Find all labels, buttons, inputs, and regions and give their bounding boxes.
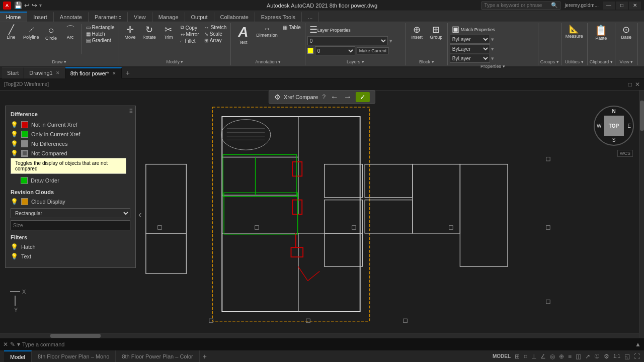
viewport-left-handle[interactable]: ‹ — [138, 209, 142, 220]
undo-icon[interactable]: ↩ — [24, 2, 30, 9]
tab-8th-floor[interactable]: 8th floor power* ✕ — [65, 67, 122, 78]
layer-properties-button[interactable]: ☰ Layer Properties — [307, 24, 353, 35]
vertical-scrollbar[interactable] — [639, 90, 644, 338]
bylayer-expand-3[interactable]: ▾ — [491, 55, 494, 62]
xref-confirm-button[interactable]: ✓ — [356, 92, 370, 102]
base-button[interactable]: ⊙ Base — [617, 24, 635, 41]
hatch-button[interactable]: ▦Hatch — [84, 31, 117, 37]
toggle-not-in-current[interactable]: 💡 — [11, 121, 18, 128]
rectangle-button[interactable]: ▭Rectangle — [84, 24, 117, 31]
close-8th-floor[interactable]: ✕ — [112, 71, 116, 76]
canvas-viewport[interactable]: ⚙ Xref Compare ? ← → ✓ — [0, 90, 644, 338]
group-button[interactable]: ⊞ Group — [427, 24, 445, 41]
polar-icon[interactable]: ∠ — [540, 353, 546, 360]
otrack-icon[interactable]: ⊕ — [559, 353, 564, 360]
rotate-button[interactable]: ↻ Rotate — [140, 24, 158, 41]
maximize-button[interactable]: □ — [616, 2, 628, 10]
tab-view[interactable]: View — [128, 12, 152, 22]
search-input[interactable] — [484, 3, 549, 8]
circle-button[interactable]: ○ Circle — [42, 24, 60, 42]
model-tab-8th-color[interactable]: 8th Floor Power Plan – Color — [116, 350, 199, 363]
xref-prev-button[interactable]: ← — [330, 93, 340, 102]
match-properties-button[interactable]: ▣ Match Properties — [450, 24, 497, 34]
layer-dropdown[interactable]: 0 — [307, 36, 388, 45]
lineweight-icon[interactable]: ≡ — [568, 353, 572, 360]
tab-output[interactable]: Output — [185, 12, 214, 22]
stretch-button[interactable]: ↔Stretch — [202, 24, 229, 31]
tab-insert[interactable]: Insert — [27, 12, 54, 22]
dropdown-icon[interactable]: ▾ — [39, 3, 42, 8]
cloud-size-input[interactable] — [11, 220, 130, 230]
trim-button[interactable]: ✂ Trim — [159, 24, 178, 41]
bylayer-dropdown-2[interactable]: ByLayer — [450, 44, 490, 53]
viewport-close-icon[interactable]: ✕ — [635, 81, 640, 88]
tab-home[interactable]: Home — [0, 12, 27, 22]
tab-annotate[interactable]: Annotate — [54, 12, 89, 22]
tab-start[interactable]: Start — [2, 67, 24, 78]
minimize-button[interactable]: — — [603, 2, 615, 10]
measure-button[interactable]: 📐 Measure — [564, 24, 585, 40]
osnap-icon[interactable]: ◎ — [550, 353, 555, 360]
make-current-button[interactable]: Make Current — [357, 47, 389, 54]
grid-icon[interactable]: ⊞ — [515, 353, 520, 360]
tab-collaborate[interactable]: Collaborate — [214, 12, 255, 22]
search-bar[interactable]: 🔍 — [481, 2, 560, 10]
tab-more[interactable]: ... — [302, 12, 319, 22]
bylayer-dropdown-1[interactable]: ByLayer — [450, 35, 490, 44]
model-tab-8th-mono[interactable]: 8th Floor Power Plan – Mono — [32, 350, 116, 363]
ortho-icon[interactable]: ⊥ — [531, 353, 536, 360]
layer-expand-icon[interactable]: ▾ — [389, 38, 392, 44]
scale-button[interactable]: ⤡Scale — [202, 31, 229, 37]
xref-next-button[interactable]: → — [343, 93, 353, 102]
xref-gear-icon[interactable]: ⚙ — [274, 93, 281, 101]
cloud-toggle[interactable]: 💡 — [11, 198, 18, 205]
navigation-cube[interactable]: N W E S TOP — [594, 106, 634, 146]
tab-parametric[interactable]: Parametric — [89, 12, 128, 22]
save-icon[interactable]: 💾 — [14, 2, 22, 9]
xref-help-button[interactable]: ? — [321, 94, 327, 101]
toggle-no-differences[interactable]: 💡 — [11, 140, 18, 147]
move-button[interactable]: ✛ Move — [121, 24, 139, 41]
cmd-pencil-icon[interactable]: ✎ — [10, 341, 15, 348]
model-tab-add[interactable]: + — [200, 352, 210, 360]
viewport-maximize-icon[interactable]: □ — [628, 81, 632, 88]
redo-icon[interactable]: ↪ — [32, 2, 37, 9]
color-dropdown[interactable]: 0 — [315, 46, 355, 55]
text-button[interactable]: A Text — [233, 24, 253, 46]
toggle-not-compared[interactable]: 💡 — [11, 150, 18, 157]
bylayer-expand-1[interactable]: ▾ — [491, 36, 494, 43]
mirror-button[interactable]: ⇔Mirror — [179, 31, 201, 38]
array-button[interactable]: ⊞Array — [202, 37, 229, 44]
copy-button[interactable]: ⧉Copy — [179, 24, 201, 31]
polyline-button[interactable]: ⟋ Polyline — [21, 24, 41, 41]
line-button[interactable]: ╱ Line — [2, 24, 20, 41]
workspace-icon[interactable]: ⚙ — [604, 353, 609, 360]
drag-handle[interactable]: ⠿ — [129, 108, 133, 115]
search-icon[interactable]: 🔍 — [551, 2, 558, 9]
fillet-button[interactable]: ⌐Fillet — [179, 38, 201, 44]
transparency-icon[interactable]: ◫ — [576, 353, 581, 360]
close-drawing1[interactable]: ✕ — [56, 70, 60, 75]
annotation-icon[interactable]: ① — [594, 353, 600, 360]
viewport-icon[interactable]: ◱ — [624, 353, 630, 360]
dimension-button[interactable]: ↔ Dimension — [254, 24, 280, 39]
arc-button[interactable]: ⌒ Arc — [61, 24, 79, 41]
horizontal-scrollbar[interactable] — [0, 333, 639, 338]
bylayer-dropdown-3[interactable]: ByLayer — [450, 54, 490, 63]
filter-text-toggle[interactable]: 💡 — [11, 253, 18, 260]
toggle-only-in-current[interactable]: 💡 — [11, 131, 18, 138]
tab-drawing1[interactable]: Drawing1 ✕ — [24, 67, 65, 78]
cloud-shape-dropdown[interactable]: Rectangular Polygon Freehand — [11, 208, 130, 218]
tab-express[interactable]: Express Tools — [255, 12, 302, 22]
cmd-down-icon[interactable]: ▾ — [17, 341, 20, 348]
close-button[interactable]: ✕ — [629, 2, 641, 10]
fullscreen-icon[interactable]: ⛶ — [634, 353, 640, 360]
select-icon[interactable]: ↗ — [585, 353, 590, 360]
tab-manage[interactable]: Manage — [152, 12, 185, 22]
compass-top-face[interactable]: TOP — [604, 116, 624, 136]
new-tab-button[interactable]: + — [122, 69, 134, 77]
table-button[interactable]: ▦Table — [281, 24, 303, 31]
cmd-scroll-up[interactable]: ▲ — [635, 341, 641, 348]
insert-button[interactable]: ⊕ Insert — [408, 24, 426, 41]
model-tab-model[interactable]: Model — [4, 350, 32, 363]
